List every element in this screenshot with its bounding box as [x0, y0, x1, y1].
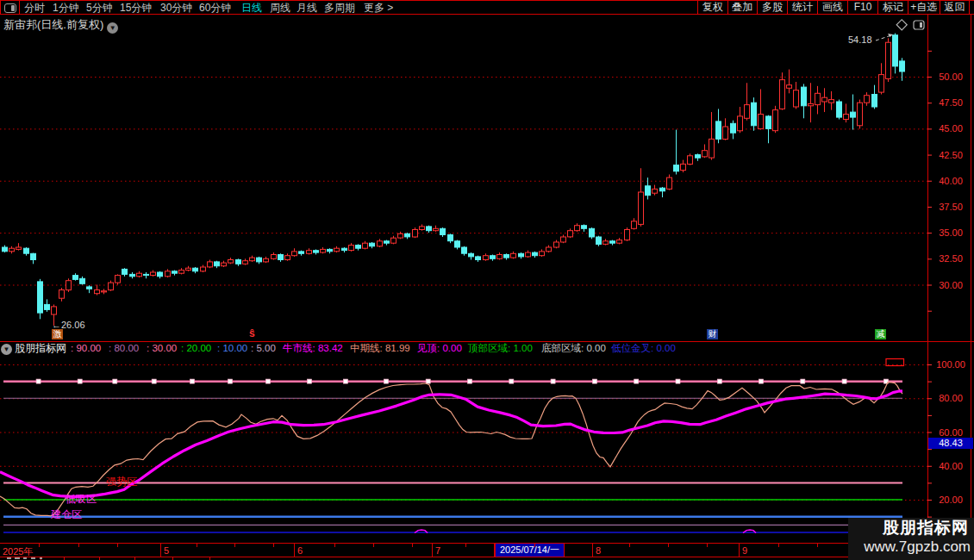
panel-split-icon[interactable] [4, 3, 16, 13]
level-square-mark [384, 379, 389, 383]
date-axis-tick [197, 544, 197, 547]
event-marker[interactable]: ŝ [249, 328, 255, 339]
date-axis-label: 5 [164, 545, 169, 556]
toolbar-separator [19, 1, 20, 15]
level-square-mark [676, 379, 680, 383]
candle-up [334, 248, 340, 252]
period-tab-30分钟[interactable]: 30分钟 [160, 3, 192, 14]
candle-up [292, 252, 297, 256]
indicator-axis-label: 100.00 [931, 359, 971, 370]
candle-down [582, 226, 587, 229]
candle-down [519, 253, 524, 257]
candle-up [603, 241, 609, 245]
cutoff-text-fragment [40, 557, 42, 559]
event-marker[interactable]: 财 [707, 329, 718, 339]
candle-up [264, 258, 269, 262]
action-menu-end [969, 1, 970, 15]
candle-up [561, 237, 566, 242]
event-marker[interactable]: 减 [875, 329, 886, 339]
level-square-mark [842, 379, 846, 383]
period-tab-分时[interactable]: 分时 [24, 3, 45, 14]
candle-up [865, 96, 870, 103]
period-tab-60分钟[interactable]: 60分钟 [199, 3, 231, 14]
candle-down [215, 262, 220, 266]
diamond-icon[interactable] [896, 20, 907, 30]
level-square-mark [228, 379, 233, 383]
candle-down [504, 255, 509, 258]
action-button-标记[interactable]: 标记 [877, 1, 908, 15]
candle-up [222, 263, 227, 266]
action-button-返回[interactable]: 返回 [940, 1, 970, 15]
date-axis-label: 7 [435, 545, 440, 556]
action-button-统计[interactable]: 统计 [787, 1, 817, 15]
candle-up [759, 115, 764, 129]
action-button-F10[interactable]: F10 [847, 1, 877, 15]
candle-down [476, 257, 481, 260]
action-button-复权[interactable]: 复权 [697, 1, 727, 15]
chart-canvas[interactable] [0, 0, 974, 560]
level-square-mark [152, 379, 156, 383]
action-button-+自选[interactable]: +自选 [908, 1, 940, 15]
candle-up [794, 90, 799, 107]
date-axis-cell [565, 544, 593, 557]
cutoff-text-fragment [7, 557, 11, 559]
candle-up [243, 261, 248, 264]
event-marker[interactable]: 激 [52, 329, 63, 339]
high-price-annotation: 54.18 [848, 34, 872, 45]
candle-up [228, 260, 234, 264]
period-tab-更多 >[interactable]: 更多 > [364, 3, 393, 14]
level-square-mark [551, 379, 555, 383]
candle-up [420, 227, 425, 230]
candle-down [590, 228, 595, 237]
zone-label: 低吸区 [66, 494, 97, 504]
candle-down [596, 237, 602, 245]
candle-up [378, 241, 383, 246]
candle-up [773, 110, 778, 131]
candle-down [278, 255, 284, 260]
date-axis-tick [78, 544, 79, 547]
level-square-mark [190, 379, 195, 383]
candle-up [307, 251, 312, 254]
date-axis-cell [433, 544, 495, 557]
period-tab-月线[interactable]: 月线 [297, 3, 317, 14]
period-tab-15分钟[interactable]: 15分钟 [120, 3, 152, 14]
period-tab-5分钟[interactable]: 5分钟 [86, 3, 113, 14]
level-square-mark [113, 379, 117, 383]
candle-up [652, 189, 658, 193]
candle-up [208, 262, 213, 267]
indicator-value: 底部区域: 0.00 [541, 343, 606, 354]
watermark-site-name: 股朋指标网 [848, 519, 969, 538]
zone-label: 强势区 [106, 476, 137, 487]
level-square-mark [759, 379, 764, 383]
candle-up [16, 247, 22, 249]
candle-down [73, 276, 78, 280]
date-axis-label: 9 [742, 545, 747, 556]
candle-up [886, 42, 891, 78]
action-button-画线[interactable]: 画线 [817, 1, 847, 15]
candle-up [829, 100, 834, 103]
candle-down [837, 102, 842, 117]
action-button-叠加[interactable]: 叠加 [727, 1, 758, 15]
period-tab-1分钟[interactable]: 1分钟 [53, 3, 79, 14]
date-axis-tick [534, 544, 535, 547]
period-tab-周线[interactable]: 周线 [270, 3, 290, 14]
candle-down [122, 269, 128, 274]
candle-up [575, 226, 580, 231]
candle-down [752, 103, 757, 126]
indicator-value: : 10.00 [217, 343, 247, 354]
candle-down [257, 258, 262, 262]
candle-down [405, 233, 410, 237]
candle-up [102, 291, 107, 292]
date-axis[interactable]: 2025年567892025/07/14/一 [0, 543, 974, 557]
date-axis-tick [117, 544, 118, 547]
level-square-mark [801, 379, 805, 383]
price-axis-label: 37.50 [931, 202, 971, 212]
candle-down [31, 253, 36, 259]
period-tab-多周期[interactable]: 多周期 [324, 3, 355, 14]
period-tab-日线[interactable]: 日线 [241, 3, 262, 14]
candle-up [809, 103, 814, 105]
candle-down [660, 188, 665, 191]
panel-icon[interactable] [914, 21, 924, 29]
action-button-多股[interactable]: 多股 [757, 1, 787, 15]
candle-down [130, 274, 135, 276]
